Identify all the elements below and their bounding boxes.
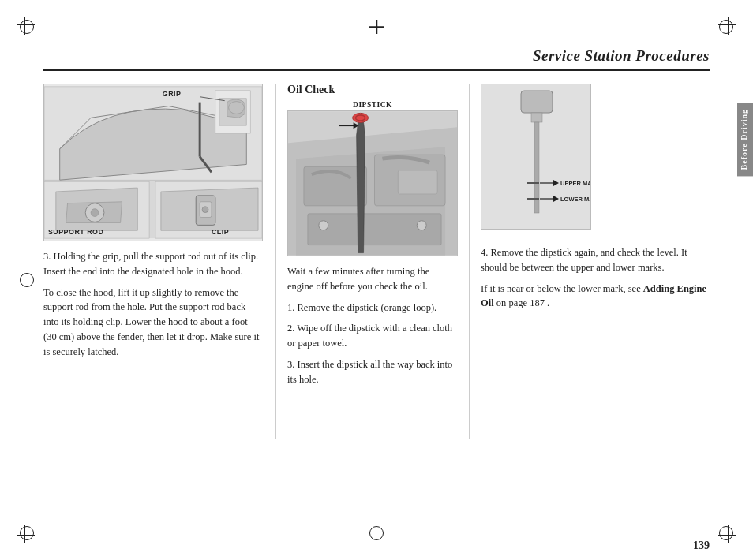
page-number: 139 xyxy=(693,539,710,552)
svg-rect-25 xyxy=(398,170,437,194)
svg-text:LOWER MARK: LOWER MARK xyxy=(560,196,591,203)
svg-point-5 xyxy=(229,102,245,114)
circle-mark-bl xyxy=(20,526,34,540)
mid-text-1: Wait a few minutes after turning the eng… xyxy=(287,264,458,294)
sidebar-label: Before Driving xyxy=(737,103,753,176)
svg-rect-30 xyxy=(531,113,542,122)
svg-point-27 xyxy=(417,221,426,230)
left-column: GRIP SUPPORT ROD CLIP 3. Holding the gri… xyxy=(43,84,276,439)
circle-mark-tl xyxy=(20,20,34,34)
right-text-2: If it is near or below the lower mark, s… xyxy=(481,282,710,312)
left-text-2: To close the hood, lift it up slightly t… xyxy=(43,286,263,360)
gauge-wrapper: UPPER MARK LOWER MARK xyxy=(481,84,710,237)
gauge-illustration: UPPER MARK LOWER MARK xyxy=(481,84,591,230)
svg-point-26 xyxy=(319,221,328,230)
circle-mark-bc xyxy=(369,526,384,540)
page-title: Service Station Procedures xyxy=(533,47,710,65)
oil-check-header: Oil Check xyxy=(287,84,458,96)
svg-rect-29 xyxy=(521,91,553,113)
svg-text:SUPPORT ROD: SUPPORT ROD xyxy=(48,228,104,236)
circle-mark-tr xyxy=(719,20,733,34)
left-text-1: 3. Holding the grip, pull the support ro… xyxy=(43,249,263,279)
svg-point-9 xyxy=(91,209,99,217)
content-area: GRIP SUPPORT ROD CLIP 3. Holding the gri… xyxy=(43,84,710,439)
circle-mark-lm xyxy=(20,273,34,287)
right-column: UPPER MARK LOWER MARK 4. Remove the dips… xyxy=(470,84,710,439)
dipstick-label: DIPSTICK xyxy=(287,101,458,109)
middle-column: Oil Check DIPSTICK xyxy=(276,84,470,439)
hood-illustration: GRIP SUPPORT ROD CLIP xyxy=(43,84,263,241)
bold-link: Adding Engine Oil xyxy=(481,283,706,309)
cross-mark-tc xyxy=(369,20,384,34)
section-heading: Oil Check xyxy=(287,84,335,95)
mid-text-2: 1. Remove the dipstick (orange loop). xyxy=(287,301,458,315)
svg-text:UPPER MARK: UPPER MARK xyxy=(560,180,591,187)
svg-point-12 xyxy=(202,207,208,213)
mid-text-4: 3. Insert the dipstick all the way back … xyxy=(287,357,458,387)
svg-text:GRIP: GRIP xyxy=(163,90,182,98)
circle-mark-br xyxy=(719,526,733,540)
right-text-1: 4. Remove the dipstick again, and check … xyxy=(481,245,710,275)
title-area: Service Station Procedures xyxy=(43,47,710,71)
mid-text-3: 2. Wipe off the dipstick with a clean cl… xyxy=(287,321,458,351)
dipstick-illustration xyxy=(287,110,458,256)
svg-text:CLIP: CLIP xyxy=(212,228,229,236)
page-inner: Service Station Procedures xyxy=(43,47,710,517)
